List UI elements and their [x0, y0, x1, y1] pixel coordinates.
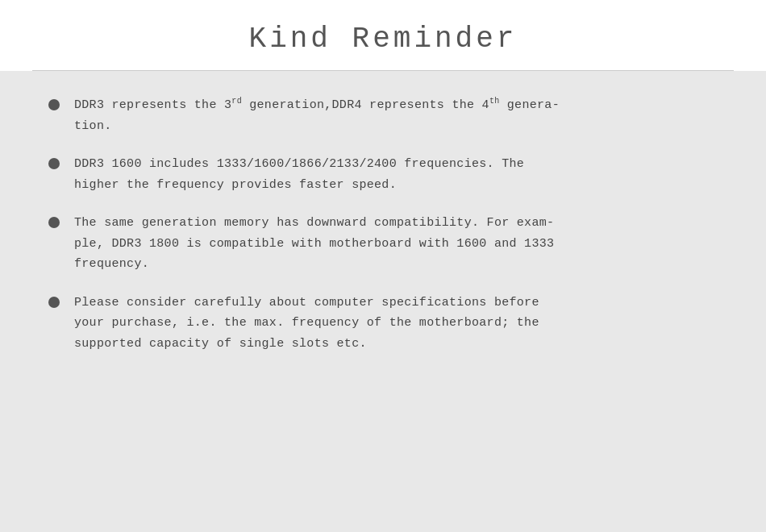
header-section: Kind Reminder — [0, 0, 766, 70]
content-section: DDR3 represents the 3rd generation,DDR4 … — [0, 71, 766, 532]
list-item: The same generation memory has downward … — [48, 213, 718, 275]
bullet-text-3: The same generation memory has downward … — [74, 213, 554, 275]
bullet-1-sup2: th — [489, 97, 500, 106]
bullet-text-2: DDR3 1600 includes 1333/1600/1866/2133/2… — [74, 154, 524, 195]
bullet-dot — [48, 99, 60, 110]
bullet-text-4: Please consider carefully about computer… — [74, 293, 539, 355]
list-item: DDR3 1600 includes 1333/1600/1866/2133/2… — [48, 154, 718, 195]
list-item: DDR3 represents the 3rd generation,DDR4 … — [48, 95, 718, 136]
bullet-dot — [48, 158, 60, 169]
bullet-dot — [48, 297, 60, 308]
bullet-dot — [48, 217, 60, 228]
bullet-1-text-after-sup1: generation,DDR4 represents the 4 — [242, 98, 489, 112]
bullet-text-1: DDR3 represents the 3rd generation,DDR4 … — [74, 95, 560, 136]
bullet-1-text-before-sup1: DDR3 represents the 3 — [74, 98, 231, 112]
bullet-4-text: Please consider carefully about computer… — [74, 296, 539, 351]
page-title: Kind Reminder — [32, 23, 734, 56]
bullet-3-text: The same generation memory has downward … — [74, 216, 554, 271]
page-container: Kind Reminder DDR3 represents the 3rd ge… — [0, 0, 766, 532]
bullet-2-text: DDR3 1600 includes 1333/1600/1866/2133/2… — [74, 157, 524, 192]
list-item: Please consider carefully about computer… — [48, 293, 718, 355]
bullet-1-sup1: rd — [231, 97, 242, 106]
